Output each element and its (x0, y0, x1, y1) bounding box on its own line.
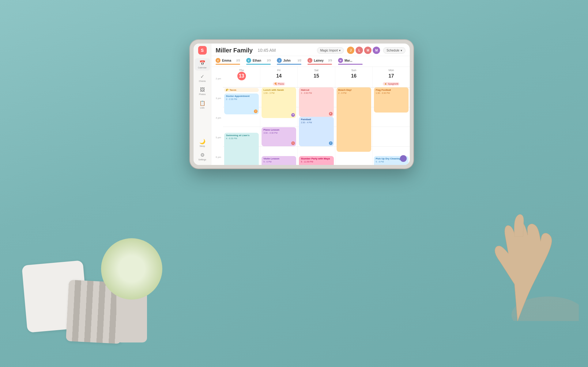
member-name-mar: Mar... (345, 59, 352, 62)
time-column: 2 pm 3 pm 4 pm 5 pm 6 pm (211, 67, 223, 165)
day-header-thu[interactable]: Thu 13 (223, 67, 260, 87)
furniture-area (0, 244, 214, 367)
time-slot-4pm: 4 pm (211, 116, 223, 136)
hour-line-thu-3 (223, 127, 260, 127)
member-entry-john[interactable]: J John 1/2 (277, 58, 301, 65)
event-badge-piano: L (291, 141, 295, 145)
magic-import-button[interactable]: Magic Import ▾ (317, 47, 344, 54)
member-bar-emma (216, 64, 240, 65)
sidebar-item-sleep[interactable]: 🌙 Sleep (195, 137, 210, 149)
member-dot-mar: M (338, 58, 343, 63)
days-header: Thu 13 Fri 14 🍕 Pizza Sat 15 (223, 67, 410, 87)
magic-import-label: Magic Import (320, 49, 338, 52)
day-header-sun[interactable]: Sun 16 (335, 67, 373, 87)
member-count-john: 1/2 (297, 59, 301, 62)
member-entry-lainey[interactable]: L Lainey 2/3 (307, 58, 332, 65)
event-haircut[interactable]: Haircut 2 - 3:30 PM E (299, 87, 334, 117)
day-header-mon[interactable]: Mon 17 🍝 Spaghetti (373, 67, 410, 87)
avatar-m2[interactable]: M (373, 47, 380, 54)
day-num-thu: 13 (237, 72, 246, 80)
event-time-violin: 5 - 6 PM (263, 160, 294, 163)
sidebar-item-calendar[interactable]: 📅 Calendar (195, 58, 210, 71)
hand-pointing (472, 168, 579, 321)
schedule-chevron-icon: ▾ (401, 49, 402, 52)
event-title-doctor: Doctor Appointment (226, 95, 257, 98)
member-entry-emma[interactable]: E Emma 2/2 (216, 58, 240, 65)
event-violin-lesson[interactable]: Violin Lesson 5 - 6 PM E (262, 156, 296, 165)
event-beach-day[interactable]: Beach Day! 2 - 6 PM (337, 87, 371, 152)
hand-svg (472, 168, 579, 321)
member-name-ethan: Ethan (253, 59, 261, 62)
day-num-sun: 16 (349, 72, 358, 80)
schedule-button[interactable]: Schedule ▾ (383, 47, 405, 54)
day-col-mon: Flag Football 1:30 - 3:30 PM Pick Up Dry… (373, 87, 410, 165)
event-title-slumber: Slumber Party with Maya (301, 157, 332, 160)
event-time-piano: 3:30 - 4:30 PM (263, 132, 294, 134)
time-slot-2pm: 2 pm (211, 77, 223, 96)
sidebar-item-lists[interactable]: 📋 Lists (195, 98, 210, 111)
event-time-lunch: 1:30 - 3 PM (263, 92, 294, 94)
avatar-l[interactable]: L (356, 47, 363, 54)
member-entry-mar[interactable]: M Mar... (338, 58, 363, 65)
event-swimming[interactable]: Swimming at Liam's 4 - 6:30 PM E (224, 133, 259, 165)
event-badge-doctor: J (254, 109, 258, 113)
avatar-m[interactable]: M (364, 47, 371, 54)
sleep-icon: 🌙 (199, 139, 205, 144)
event-title-flag: Flag Football (376, 89, 407, 92)
schedule-label: Schedule (386, 49, 399, 52)
sidebar-label-lists: Lists (200, 107, 204, 109)
member-entry-ethan[interactable]: E Ethan 2/3 (246, 58, 271, 65)
members-bar: E Emma 2/2 E Ethan 2/3 J (211, 56, 410, 67)
days-area: Thu 13 Fri 14 🍕 Pizza Sat 15 (223, 67, 410, 165)
sidebar-item-chores[interactable]: ✓ Chores (195, 72, 210, 84)
day-name-sat: Sat (299, 69, 334, 72)
day-header-sat[interactable]: Sat 15 (298, 67, 335, 87)
event-flag-football[interactable]: Flag Football 1:30 - 3:30 PM (374, 87, 409, 113)
app-logo[interactable]: S (198, 46, 207, 55)
family-title: Miller Family (216, 47, 253, 54)
hour-line-mon-4 (373, 146, 410, 147)
tablet-frame: S 📅 Calendar ✓ Chores 🖼 Photos 📋 Lists 🌙 (190, 40, 413, 169)
event-time-haircut: 2 - 3:30 PM (301, 92, 332, 94)
member-bar-mar (338, 64, 363, 65)
event-time-paintball: 2:30 - 4 PM (301, 121, 332, 124)
sidebar-label-settings: Settings (198, 159, 206, 161)
event-time-slumber: 5 - 11:59 PM (301, 160, 332, 163)
day-num-mon: 17 (387, 72, 395, 80)
event-title-beach: Beach Day! (338, 89, 369, 92)
sidebar-label-sleep: Sleep (200, 145, 205, 147)
hour-line-fri-3 (260, 127, 297, 127)
day-num-sat: 15 (312, 72, 321, 80)
member-dot-lainey: L (307, 58, 312, 63)
hour-line-sat-4 (298, 146, 335, 147)
settings-icon: ⚙ (200, 152, 205, 158)
event-time-swimming: 4 - 6:30 PM (226, 137, 257, 140)
day-col-sun: Beach Day! 2 - 6 PM (335, 87, 373, 165)
event-piano-lesson[interactable]: Piano Lesson 3:30 - 4:30 PM L (262, 127, 296, 146)
member-bar-john (277, 64, 301, 65)
event-paintball[interactable]: Paintball 2:30 - 4 PM J (299, 117, 334, 146)
event-title-paintball: Paintball (301, 118, 332, 121)
hour-line-mon-3 (373, 127, 410, 127)
sidebar-label-calendar: Calendar (198, 67, 206, 69)
header: Miller Family 10:45 AM Magic Import ▾ J … (211, 44, 410, 56)
member-count-emma: 2/2 (236, 59, 240, 62)
day-header-fri[interactable]: Fri 14 🍕 Pizza (260, 67, 298, 87)
sidebar-item-photos[interactable]: 🖼 Photos (195, 85, 210, 97)
event-slumber-party[interactable]: Slumber Party with Maya 5 - 11:59 PM M (299, 156, 334, 165)
member-name-john: John (283, 59, 291, 62)
photos-icon: 🖼 (200, 87, 205, 93)
screen-cursor (400, 155, 407, 162)
sidebar-item-settings[interactable]: ⚙ Settings (195, 150, 210, 162)
time-slot-5pm: 5 pm (211, 136, 223, 155)
calendar-icon: 📅 (199, 60, 205, 66)
event-title-lunch: Lunch with Sarah (263, 89, 294, 92)
event-doctor-appointment[interactable]: Doctor Appointment 2 - 2:30 PM J (224, 94, 259, 114)
event-badge-haircut: E (329, 112, 333, 116)
event-lunch-sarah[interactable]: Lunch with Sarah 1:30 - 3 PM M (262, 87, 296, 118)
member-count-ethan: 2/3 (267, 59, 271, 62)
hour-line-fri-4 (260, 146, 297, 147)
member-dot-emma: E (216, 58, 221, 63)
avatar-j[interactable]: J (347, 47, 354, 54)
event-tacos[interactable]: 🌮 Tacos (224, 88, 259, 92)
